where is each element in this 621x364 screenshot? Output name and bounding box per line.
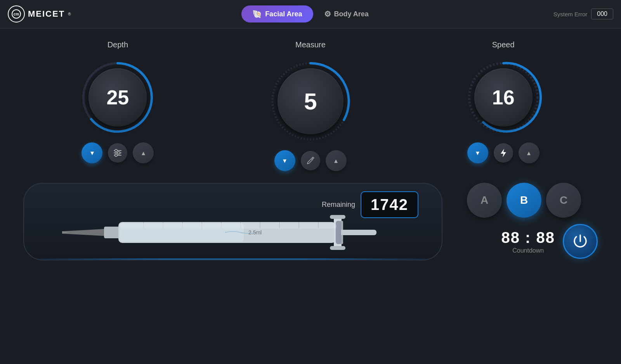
svg-marker-11 bbox=[501, 149, 506, 157]
system-error-area: System Error 000 bbox=[536, 9, 613, 19]
countdown-display: 88 : 88 Countdown bbox=[501, 229, 555, 254]
face-icon: 🐚 bbox=[252, 9, 262, 19]
speed-knob-container: 16 bbox=[465, 59, 542, 136]
measure-value: 5 bbox=[304, 88, 317, 115]
nav-tabs: 🐚 Facial Area ⚙ Body Area bbox=[85, 5, 536, 23]
svg-point-6 bbox=[115, 149, 117, 152]
bottom-section: Remaining 1742 bbox=[23, 183, 598, 260]
depth-knob-inner: 25 bbox=[88, 68, 147, 127]
logo-circle: cm bbox=[8, 5, 25, 23]
countdown-power-row: 88 : 88 Countdown bbox=[450, 224, 598, 259]
measure-up-button[interactable]: ▴ bbox=[326, 150, 347, 171]
speed-label: Speed bbox=[492, 40, 515, 49]
sliders-icon bbox=[113, 148, 123, 158]
depth-knob-container: // dots rendered via JS below 25 bbox=[79, 59, 156, 136]
body-area-label: Body Area bbox=[334, 10, 369, 18]
svg-text:cm: cm bbox=[14, 12, 19, 16]
measure-label: Measure bbox=[295, 40, 326, 49]
measure-dropper-icon[interactable] bbox=[301, 151, 320, 170]
dropper-icon bbox=[306, 156, 315, 165]
facial-area-label: Facial Area bbox=[265, 10, 302, 18]
svg-rect-32 bbox=[336, 221, 341, 244]
right-panel: A B C 88 : 88 Countdown bbox=[450, 183, 598, 260]
header: cm MEICET ® 🐚 Facial Area ⚙ Body Area Sy… bbox=[0, 0, 621, 29]
countdown-time: 88 : 88 bbox=[501, 229, 555, 246]
power-button[interactable] bbox=[563, 224, 598, 259]
a-button[interactable]: A bbox=[467, 183, 502, 218]
countdown-label: Countdown bbox=[501, 247, 555, 254]
svg-point-7 bbox=[118, 152, 120, 154]
b-button[interactable]: B bbox=[507, 183, 541, 218]
main-content: Depth // dots rendered via JS below 25 bbox=[0, 29, 621, 364]
depth-label: Depth bbox=[108, 40, 128, 49]
power-icon bbox=[572, 233, 589, 250]
svg-rect-28 bbox=[330, 246, 345, 250]
depth-up-button[interactable]: ▴ bbox=[133, 142, 154, 163]
svg-rect-30 bbox=[338, 230, 376, 235]
measure-knob-inner: 5 bbox=[278, 68, 343, 134]
logo-reg: ® bbox=[68, 12, 71, 16]
depth-controls: ▾ ▴ bbox=[82, 142, 154, 163]
measure-section: Measure 5 ▾ ▴ bbox=[268, 40, 353, 171]
speed-up-button[interactable]: ▴ bbox=[519, 142, 539, 163]
svg-text:2.5ml: 2.5ml bbox=[248, 229, 262, 236]
svg-rect-14 bbox=[104, 227, 120, 238]
measure-down-button[interactable]: ▾ bbox=[274, 150, 295, 171]
speed-lightning-icon[interactable] bbox=[494, 143, 513, 163]
depth-value: 25 bbox=[106, 86, 129, 109]
speed-section: Speed 16 ▾ ▴ bbox=[465, 40, 542, 163]
c-button[interactable]: C bbox=[546, 183, 581, 218]
system-error-label: System Error bbox=[553, 11, 588, 17]
speed-value: 16 bbox=[492, 86, 515, 109]
measure-knob-container: 5 bbox=[268, 59, 353, 144]
syringe-area: Remaining 1742 bbox=[23, 183, 442, 260]
logo-area: cm MEICET ® bbox=[8, 5, 85, 23]
body-area-tab[interactable]: ⚙ Body Area bbox=[313, 5, 380, 23]
abc-buttons: A B C bbox=[450, 183, 598, 218]
svg-rect-34 bbox=[120, 223, 337, 229]
measure-controls: ▾ ▴ bbox=[274, 150, 347, 171]
depth-settings-icon[interactable] bbox=[108, 143, 127, 163]
svg-rect-27 bbox=[330, 215, 345, 219]
svg-point-8 bbox=[115, 154, 117, 156]
knobs-row: Depth // dots rendered via JS below 25 bbox=[23, 40, 598, 171]
body-icon: ⚙ bbox=[324, 9, 331, 19]
syringe-visual: 2.5ml bbox=[24, 205, 442, 260]
speed-knob-inner: 16 bbox=[474, 68, 533, 127]
logo-text: MEICET bbox=[28, 9, 65, 19]
speed-down-button[interactable]: ▾ bbox=[467, 142, 488, 163]
facial-area-tab[interactable]: 🐚 Facial Area bbox=[241, 5, 313, 23]
syringe-svg: 2.5ml bbox=[40, 211, 426, 254]
depth-down-button[interactable]: ▾ bbox=[82, 142, 102, 163]
error-code-box: 000 bbox=[591, 9, 613, 19]
depth-section: Depth // dots rendered via JS below 25 bbox=[79, 40, 156, 163]
lightning-icon bbox=[499, 148, 508, 158]
speed-controls: ▾ ▴ bbox=[467, 142, 539, 163]
